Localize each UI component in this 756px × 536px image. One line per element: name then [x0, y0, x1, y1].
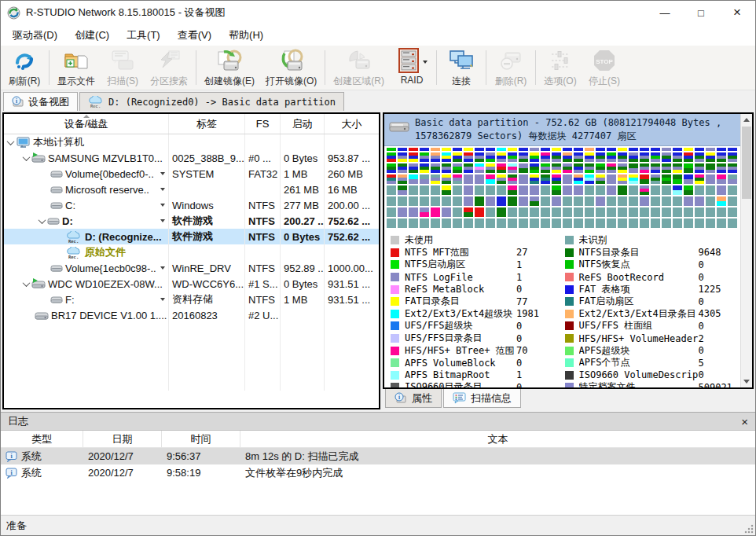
tab-recognized-partition[interactable]: Rec.D: (Recognized0) -> Basic data parti… — [79, 92, 344, 111]
log-close-button[interactable]: × — [741, 415, 748, 428]
column-header-1[interactable]: 标签 — [169, 114, 245, 134]
menu-item-help-menu[interactable]: 帮助(H) — [220, 25, 272, 46]
scan-block — [651, 207, 660, 217]
device-row[interactable]: WDC WD10EZEX-08W...WD-WCC6Y6...#1 S...0 … — [4, 276, 379, 292]
scroll-up-arrow[interactable] — [741, 114, 752, 126]
expander-chevron[interactable] — [7, 138, 15, 145]
device-row[interactable]: C:WindowsNTFS277 MB200.00 ... — [4, 197, 379, 213]
open-image-button[interactable]: 打开镜像(O) — [260, 47, 322, 88]
device-row[interactable]: Volume{0bedecf0-..SYSTEMFAT321 MB260 MB — [4, 166, 379, 182]
device-row[interactable]: Microsoft reserve..261 MB16 MB — [4, 182, 379, 197]
device-dropdown-arrow[interactable] — [160, 188, 165, 191]
scan-block — [387, 148, 396, 151]
expander-chevron[interactable] — [23, 153, 31, 161]
device-name-cell: Microsoft reserve.. — [4, 182, 169, 197]
column-header-2[interactable]: FS — [245, 114, 281, 134]
scan-scrollbar[interactable] — [740, 114, 752, 387]
device-size: 16 MB — [325, 182, 379, 197]
close-button[interactable]: × — [719, 1, 755, 24]
toolbar-group: 显示文件扫描(S)分区搜索 — [52, 47, 193, 88]
device-dropdown-arrow[interactable] — [160, 204, 165, 207]
column-header-0[interactable]: 设备/磁盘 — [4, 114, 169, 134]
device-row[interactable]: F:资料存储NTFS1 MB931.51 ... — [4, 292, 379, 307]
device-start: 952.89 ... — [281, 260, 325, 276]
device-tree-panel: 设备/磁盘标签FS启动大小 本地计算机SAMSUNG MZVLB1T0...00… — [2, 112, 380, 409]
maximize-button[interactable]: □ — [683, 1, 719, 24]
menu-item-create-menu[interactable]: 创建(C) — [66, 25, 118, 46]
column-header-3[interactable]: 启动 — [281, 114, 325, 134]
scan-block — [618, 148, 627, 151]
expander-chevron[interactable] — [39, 216, 46, 224]
scan-block — [497, 152, 506, 162]
options-label: 选项(O) — [544, 75, 576, 88]
scaninfo-icon — [453, 392, 466, 404]
log-column-header-0[interactable]: 类型 — [1, 431, 83, 447]
scan-block — [640, 218, 649, 228]
minimize-button[interactable]: — — [647, 1, 683, 24]
hard-drive-icon — [389, 119, 409, 143]
expander-chevron[interactable] — [23, 279, 31, 287]
refresh-button[interactable]: 刷新(R) — [2, 47, 46, 88]
scan-block — [453, 218, 462, 228]
scan-block — [585, 218, 594, 228]
menu-item-view-menu[interactable]: 查看(V) — [169, 25, 220, 46]
legend-swatch — [391, 297, 399, 306]
scan-block — [541, 185, 550, 195]
partition-info-header: Basic data partition - 752.62 GB (808121… — [384, 114, 740, 146]
tab-properties[interactable]: i属性 — [385, 389, 442, 408]
scan-block — [673, 196, 682, 206]
log-column-header-3[interactable]: 文本 — [240, 431, 755, 447]
column-header-4[interactable]: 大小 — [325, 114, 379, 134]
scan-block — [706, 218, 715, 228]
scan-block — [442, 185, 451, 195]
tab-device-view[interactable]: i设备视图 — [3, 92, 78, 111]
status-text: 准备 — [6, 519, 27, 533]
device-row[interactable]: Volume{1ecb0c98-..WinRE_DRVNTFS952.89 ..… — [4, 260, 379, 276]
legend-item: Ext2/Ext3/Ext4超级块1981 — [391, 308, 565, 321]
legend-swatch — [565, 310, 574, 318]
log-column-header-2[interactable]: 时间 — [162, 431, 240, 447]
hdd-arrow-icon — [31, 278, 46, 289]
connect-button[interactable]: 连接 — [439, 47, 483, 88]
scan-block — [453, 174, 462, 184]
scroll-down-arrow[interactable] — [741, 376, 752, 387]
device-row[interactable]: SAMSUNG MZVLB1T0...0025_388B_9...#0 ...0… — [4, 150, 379, 166]
legend-swatch — [565, 334, 574, 343]
log-row[interactable]: i系统2020/12/79:56:378m 12s 的 D: 扫描已完成 — [1, 448, 755, 464]
device-dropdown-arrow[interactable] — [160, 298, 165, 301]
menu-item-tools-menu[interactable]: 工具(T) — [118, 25, 169, 46]
show-files-button[interactable]: 显示文件 — [52, 47, 101, 88]
legend-item: FAT启动扇区0 — [565, 296, 739, 308]
scan-block — [464, 207, 473, 217]
device-row[interactable]: BR17 DEVICE V1.00 1....20160823#2 U... — [4, 307, 379, 323]
legend-label: UFS/FFS 柱面组 — [579, 319, 699, 332]
device-row[interactable]: D:软件游戏NTFS200.27 ...752.62 ... — [4, 213, 379, 229]
raid-button[interactable]: RAID — [390, 47, 434, 88]
device-row[interactable]: Rec.原始文件 — [4, 244, 379, 260]
legend-swatch — [391, 260, 399, 269]
legend-swatch — [391, 310, 399, 318]
scan-block — [508, 207, 517, 217]
legend-label: APFS BitmapRoot — [405, 369, 516, 380]
tab-scan-info[interactable]: 扫描信息 — [443, 389, 521, 408]
device-row[interactable]: 本地计算机 — [4, 134, 379, 150]
legend-item: ISO9660目录条目0 — [391, 381, 565, 387]
device-dropdown-arrow[interactable] — [160, 219, 165, 222]
log-row[interactable]: i系统2020/12/79:58:19文件枚举在9秒内完成 — [1, 464, 755, 481]
raid-dropdown-arrow[interactable] — [423, 61, 428, 64]
device-row[interactable]: Rec.D: (Recognize...软件游戏NTFS0 Bytes752.6… — [4, 229, 379, 244]
menu-item-drive-menu[interactable]: 驱动器(D) — [4, 25, 66, 46]
device-fs — [245, 182, 281, 197]
scan-block — [475, 185, 484, 195]
options-icon — [548, 50, 573, 75]
resize-grip[interactable] — [744, 524, 754, 534]
device-dropdown-arrow[interactable] — [160, 172, 165, 175]
delete-button: 删除(R) — [489, 47, 533, 88]
scroll-thumb[interactable] — [742, 127, 751, 199]
create-image-button[interactable]: 创建镜像(E) — [199, 47, 260, 88]
device-dropdown-arrow[interactable] — [160, 266, 165, 270]
scan-block — [497, 207, 506, 217]
scan-block — [420, 207, 429, 217]
log-column-header-1[interactable]: 日期 — [83, 431, 162, 447]
scan-block — [387, 207, 396, 217]
